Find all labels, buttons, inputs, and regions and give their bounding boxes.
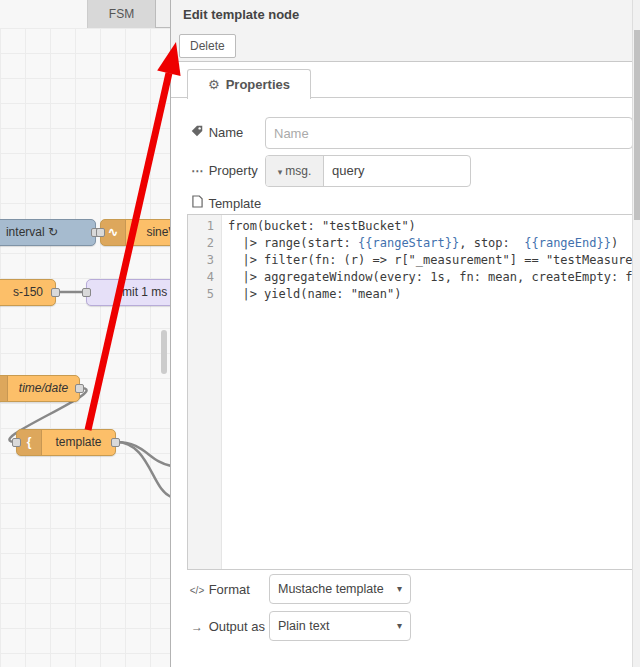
node-timedate[interactable]: f time/date (0, 375, 80, 402)
output-select[interactable]: Plain text ▾ (269, 611, 411, 641)
node-label: sineWave (126, 220, 170, 245)
arrow-right-icon: → (189, 611, 205, 643)
node-interval[interactable]: interval ↻ (0, 219, 96, 246)
caret-down-icon: ▾ (397, 575, 402, 603)
caret-down-icon: ▾ (397, 612, 402, 640)
output-label: → Output as (189, 611, 265, 643)
code-line[interactable]: |> filter(fn: (r) => r["_measurement"] =… (228, 252, 632, 269)
delete-button[interactable]: Delete (179, 34, 236, 58)
template-label: Template (189, 194, 261, 214)
code-line[interactable]: |> aggregateWindow(every: 1s, fn: mean, … (228, 269, 632, 286)
node-template[interactable]: { template (16, 429, 116, 456)
node-label: interval ↻ (0, 220, 95, 245)
property-type-button[interactable]: ▾msg. (266, 156, 324, 186)
tag-icon (189, 117, 205, 149)
tab-properties[interactable]: ⚙Properties (187, 69, 311, 99)
editor-gutter: 12345 (188, 215, 222, 569)
property-label: ⋯ Property (189, 155, 258, 187)
dialog-tabbar: ⚙Properties (171, 62, 632, 98)
flow-tab-fsm[interactable]: FSM (88, 0, 156, 28)
node-limit[interactable]: limit 1 ms (86, 279, 170, 306)
canvas-scrollbar[interactable] (161, 330, 167, 374)
caret-down-icon: ▾ (278, 167, 283, 177)
ellipsis-icon: ⋯ (189, 155, 205, 187)
node-red-app: FSM interval ↻ ∿ sineWave s-150 limit 1 … (0, 0, 640, 667)
node-sinewave[interactable]: ∿ sineWave (100, 219, 170, 246)
dialog-form: Name ⋯ Property ▾msg. query (171, 98, 632, 667)
tab-label: Properties (226, 77, 290, 92)
gear-icon: ⚙ (208, 77, 220, 92)
format-select[interactable]: Mustache template ▾ (269, 574, 411, 604)
code-line[interactable]: |> range(start: {{rangeStart}}, stop: {{… (228, 235, 632, 252)
input-port[interactable] (96, 228, 105, 237)
property-typedinput: ▾msg. query (265, 155, 471, 187)
property-row: ⋯ Property ▾msg. query (171, 155, 632, 187)
code-line[interactable]: from(bucket: "testBucket") (228, 218, 632, 235)
name-input[interactable] (265, 117, 633, 149)
dialog-header: Edit template node (171, 0, 640, 30)
name-label: Name (189, 117, 243, 149)
output-port[interactable] (111, 438, 120, 447)
edit-template-dialog: Edit template node Delete ⚙Properties Na… (170, 0, 640, 667)
flow-canvas[interactable]: FSM interval ↻ ∿ sineWave s-150 limit 1 … (0, 0, 170, 667)
flow-tab-cut[interactable] (0, 0, 88, 28)
function-icon: f (0, 376, 8, 401)
dialog-scrollbar[interactable] (632, 0, 640, 667)
name-row: Name (171, 117, 632, 149)
template-editor-lines[interactable]: from(bucket: "testBucket") |> range(star… (223, 215, 632, 569)
format-row: </> Format Mustache template ▾ (171, 574, 632, 604)
flow-tabbar: FSM (0, 0, 170, 28)
format-label: </> Format (189, 574, 250, 607)
node-ms150[interactable]: s-150 (0, 279, 56, 306)
template-label-row: Template (171, 194, 632, 214)
node-label: template (42, 430, 115, 455)
file-icon (189, 194, 205, 214)
output-port[interactable] (75, 384, 84, 393)
node-label: limit 1 ms (87, 280, 170, 305)
property-value-input[interactable]: query (324, 156, 470, 186)
code-line[interactable]: |> yield(name: "mean") (228, 286, 632, 303)
code-icon: </> (189, 575, 205, 607)
dialog-title: Edit template node (171, 0, 640, 30)
template-editor[interactable]: 12345 from(bucket: "testBucket") |> rang… (187, 214, 633, 570)
node-label: s-150 (0, 280, 55, 305)
output-port[interactable] (51, 288, 60, 297)
output-row: → Output as Plain text ▾ (171, 611, 632, 641)
input-port[interactable] (12, 438, 21, 447)
node-label: time/date (8, 376, 79, 401)
dialog-toolbar: Delete (171, 30, 640, 62)
flow-workspace[interactable] (0, 28, 170, 667)
input-port[interactable] (82, 288, 91, 297)
dialog-scrollbar-thumb[interactable] (634, 30, 640, 220)
